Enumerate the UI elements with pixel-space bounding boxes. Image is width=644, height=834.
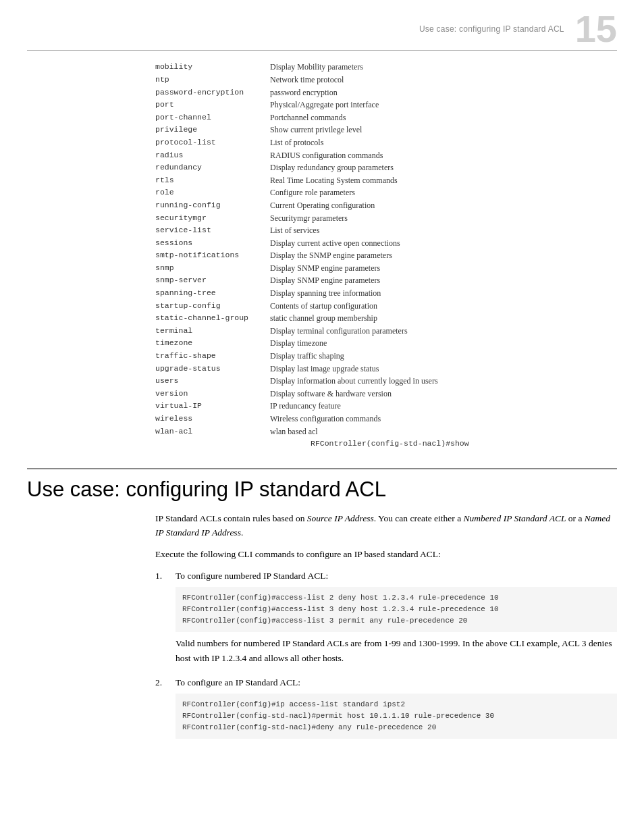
table-row: startup-configContents of startup config…: [155, 300, 617, 313]
code-cmd: spanning-tree: [155, 287, 270, 300]
code-cmd: radius: [155, 149, 270, 162]
code-desc: Network time protocol: [270, 74, 344, 86]
code-cmd: protocol-list: [155, 136, 270, 149]
table-row: sessionsDisplay current active open conn…: [155, 237, 617, 250]
code-cmd: snmp: [155, 262, 270, 275]
code-desc: Display spanning tree information: [270, 287, 381, 300]
code-cmd: securitymgr: [155, 212, 270, 225]
list-number-1: 1.: [155, 569, 169, 666]
list-item-2: 2. To configure an IP Standard ACL: RFCo…: [155, 675, 617, 744]
code-desc: Contents of startup configuration: [270, 300, 377, 313]
intro-paragraph-1: IP Standard ACLs contain rules based on …: [155, 511, 617, 540]
list-number-2: 2.: [155, 675, 169, 744]
table-row: snmp-serverDisplay SNMP engine parameter…: [155, 274, 617, 287]
code-cmd: upgrade-status: [155, 363, 270, 375]
code-desc: Display last image upgrade status: [270, 363, 379, 375]
section-heading: Use case: configuring IP standard ACL: [27, 469, 617, 511]
list-content-1: To configure numbered IP Standard ACL: R…: [176, 569, 617, 666]
code-desc: Display SNMP engine parameters: [270, 274, 380, 287]
body-content: IP Standard ACLs contain rules based on …: [0, 511, 644, 743]
list-content-2: To configure an IP Standard ACL: RFContr…: [176, 675, 617, 744]
code-desc: Portchannel commands: [270, 111, 346, 124]
table-row: redundancyDisplay redundancy group param…: [155, 161, 617, 174]
table-row: traffic-shapeDisplay traffic shaping: [155, 350, 617, 363]
code-cmd: timezone: [155, 337, 270, 350]
code-cmd: wireless: [155, 413, 270, 425]
code-desc: Wireless configuration commands: [270, 413, 381, 425]
table-row: mobilityDisplay Mobility parameters: [155, 61, 617, 74]
code-desc: Display redundancy group parameters: [270, 161, 394, 174]
table-row: privilegeShow current privilege level: [155, 124, 617, 136]
table-row: portPhysical/Aggregate port interface: [155, 99, 617, 111]
code-desc: Configure role parameters: [270, 186, 355, 199]
code-desc: Display Mobility parameters: [270, 61, 363, 74]
table-row: upgrade-statusDisplay last image upgrade…: [155, 363, 617, 375]
code-cmd: service-list: [155, 224, 270, 237]
steps-list: 1. To configure numbered IP Standard ACL…: [155, 569, 617, 744]
code-example-1: RFController(config)#access-list 2 deny …: [176, 587, 617, 632]
code-cmd: mobility: [155, 61, 270, 74]
table-row: snmpDisplay SNMP engine parameters: [155, 262, 617, 275]
code-cmd: wlan-acl: [155, 425, 270, 438]
code-cmd: terminal: [155, 325, 270, 338]
code-cmd: traffic-shape: [155, 350, 270, 363]
table-row: protocol-listList of protocols: [155, 136, 617, 149]
page-number: 15: [575, 12, 617, 46]
code-cmd: rtls: [155, 174, 270, 187]
code-desc: Display software & hardware version: [270, 388, 392, 400]
code-desc: Securitymgr parameters: [270, 212, 348, 225]
table-row: spanning-treeDisplay spanning tree infor…: [155, 287, 617, 300]
table-row: roleConfigure role parameters: [155, 186, 617, 199]
italic-source-ip: Source IP Address: [307, 513, 374, 523]
table-row: securitymgrSecuritymgr parameters: [155, 212, 617, 225]
header-title: Use case: configuring IP standard ACL: [419, 24, 564, 34]
table-row: service-listList of services: [155, 224, 617, 237]
code-desc: Display timezone: [270, 337, 327, 350]
code-desc: Current Operating configuration: [270, 199, 375, 212]
table-row: smtp-notificationsDisplay the SNMP engin…: [155, 249, 617, 262]
code-cmd: sessions: [155, 237, 270, 250]
table-row: versionDisplay software & hardware versi…: [155, 388, 617, 400]
table-row: wlan-aclwlan based acl: [155, 425, 617, 438]
code-cmd: port: [155, 99, 270, 111]
code-cmd: password-encryption: [155, 86, 270, 99]
code-desc: wlan based acl: [270, 425, 318, 438]
page-container: Use case: configuring IP standard ACL 15…: [0, 0, 644, 834]
list-item-1: 1. To configure numbered IP Standard ACL…: [155, 569, 617, 666]
code-desc: Display terminal configuration parameter…: [270, 325, 408, 338]
code-desc: Display traffic shaping: [270, 350, 344, 363]
page-header: Use case: configuring IP standard ACL 15: [0, 0, 644, 50]
table-row: usersDisplay information about currently…: [155, 375, 617, 388]
code-desc: Physical/Aggregate port interface: [270, 99, 379, 111]
code-desc: Show current privilege level: [270, 124, 362, 136]
code-desc: IP reduncancy feature: [270, 400, 341, 413]
code-cmd: port-channel: [155, 111, 270, 124]
code-desc: Real Time Locating System commands: [270, 174, 398, 187]
code-cmd: running-config: [155, 199, 270, 212]
table-row: rtls Real Time Locating System commands: [155, 174, 617, 187]
code-cmd: smtp-notifications: [155, 249, 270, 262]
italic-numbered: Numbered IP Standard ACL: [464, 513, 566, 523]
code-desc: password encryption: [270, 86, 338, 99]
code-desc: static channel group membership: [270, 312, 377, 325]
list-label-2: To configure an IP Standard ACL:: [176, 675, 617, 690]
code-desc: RADIUS configuration commands: [270, 149, 383, 162]
code-example-2: RFController(config)#ip access-list stan…: [176, 694, 617, 739]
list-label-1: To configure numbered IP Standard ACL:: [176, 569, 617, 583]
code-desc: Display information about currently logg…: [270, 375, 438, 388]
table-row: static-channel-groupstatic channel group…: [155, 312, 617, 325]
code-desc: Display SNMP engine parameters: [270, 262, 380, 275]
code-cmd: snmp-server: [155, 274, 270, 287]
table-row: virtual-IPIP reduncancy feature: [155, 400, 617, 413]
table-row: wirelessWireless configuration commands: [155, 413, 617, 425]
table-row: terminalDisplay terminal configuration p…: [155, 325, 617, 338]
table-row: radiusRADIUS configuration commands: [155, 149, 617, 162]
code-desc: Display current active open connections: [270, 237, 400, 250]
prompt-line: RFController(config-std-nacl)#show: [155, 438, 617, 459]
list-description-1: Valid numbers for numbered IP Standard A…: [176, 636, 617, 665]
code-cmd: privilege: [155, 124, 270, 136]
intro-paragraph-2: Execute the following CLI commands to co…: [155, 547, 617, 562]
table-row: ntpNetwork time protocol: [155, 74, 617, 86]
table-row: running-configCurrent Operating configur…: [155, 199, 617, 212]
code-desc: Display the SNMP engine parameters: [270, 249, 392, 262]
